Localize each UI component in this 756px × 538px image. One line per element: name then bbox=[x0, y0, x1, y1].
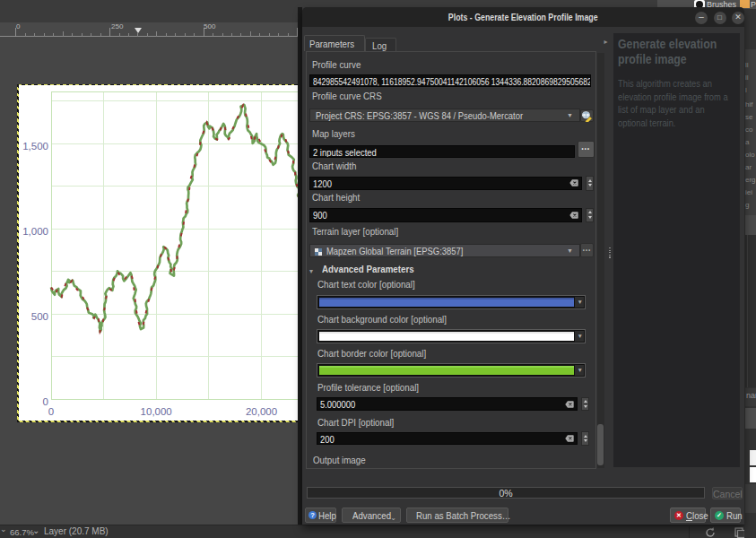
svg-text:1,500: 1,500 bbox=[22, 141, 48, 152]
svg-text:20,000: 20,000 bbox=[245, 406, 276, 417]
svg-text:0: 0 bbox=[48, 406, 53, 417]
svg-text:500: 500 bbox=[30, 311, 48, 322]
svg-text:0: 0 bbox=[42, 396, 48, 407]
svg-text:1,000: 1,000 bbox=[22, 226, 48, 237]
svg-text:10,000: 10,000 bbox=[140, 406, 171, 417]
